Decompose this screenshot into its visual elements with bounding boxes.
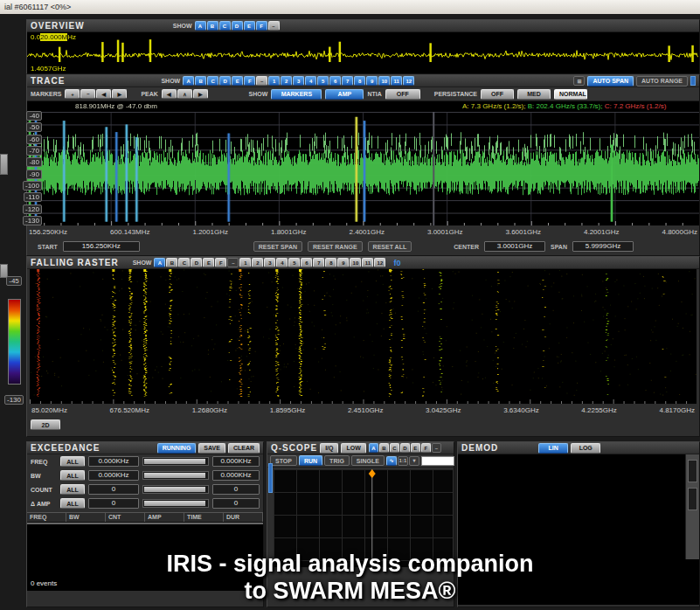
- raster-show-button[interactable]: 7: [313, 258, 324, 267]
- trace-show-button[interactable]: 10: [378, 76, 390, 86]
- overview-show-button[interactable]: D: [232, 21, 243, 31]
- min-value[interactable]: 0.000KHz: [88, 470, 139, 481]
- raster-show-button[interactable]: 1: [239, 258, 251, 267]
- reset-button[interactable]: RESET ALL: [368, 241, 412, 252]
- save-button[interactable]: SAVE: [198, 443, 225, 454]
- min-value[interactable]: 0: [88, 498, 139, 509]
- trace-show-button[interactable]: 8: [354, 76, 365, 86]
- raster-show-button[interactable]: D: [191, 258, 202, 267]
- trace-show-button[interactable]: –: [256, 76, 267, 86]
- dock-handle[interactable]: [0, 154, 8, 175]
- raster-show-button[interactable]: 10: [350, 258, 361, 267]
- raster-show-button[interactable]: 11: [362, 258, 373, 267]
- range-slider[interactable]: [142, 457, 209, 466]
- clear-button[interactable]: CLEAR: [228, 443, 260, 454]
- trace-show-button[interactable]: F: [244, 76, 255, 86]
- qscope-option-button[interactable]: ∿: [386, 456, 397, 466]
- max-value[interactable]: 0.000KHz: [212, 456, 260, 467]
- run-button[interactable]: RUN: [299, 455, 322, 466]
- iq-button[interactable]: I/Q: [320, 443, 338, 454]
- qscope-option-button[interactable]: ▾: [409, 456, 419, 466]
- range-slider[interactable]: [142, 471, 209, 480]
- raster-show-button[interactable]: 4: [276, 258, 288, 267]
- all-button[interactable]: ALL: [60, 484, 85, 495]
- auto-range-button[interactable]: AUTO RANGE: [636, 76, 688, 87]
- marker-nav-button[interactable]: −: [80, 89, 95, 99]
- max-value[interactable]: 0: [212, 498, 260, 509]
- overview-show-button[interactable]: A: [195, 21, 206, 31]
- trig-button[interactable]: TRIG: [324, 455, 350, 466]
- trace-show-button[interactable]: 2: [281, 76, 292, 86]
- center-value[interactable]: 3.0001GHz: [484, 241, 545, 252]
- trace-show-button[interactable]: 7: [342, 76, 353, 86]
- overview-show-button[interactable]: B: [207, 21, 218, 31]
- trace-show-button[interactable]: 5: [317, 76, 329, 86]
- reset-button[interactable]: RESET SPAN: [253, 241, 302, 252]
- reset-button[interactable]: RESET RANGE: [308, 241, 363, 252]
- qscope-channel-button[interactable]: B: [379, 443, 389, 453]
- overview-show-button[interactable]: C: [219, 21, 231, 31]
- spectrum-canvas[interactable]: [27, 112, 699, 225]
- qscope-channel-button[interactable]: E: [411, 443, 420, 453]
- raster-show-button[interactable]: 6: [301, 258, 312, 267]
- qscope-channel-button[interactable]: A: [369, 443, 378, 453]
- raster-show-button[interactable]: 9: [337, 258, 349, 267]
- persistance-mode-button[interactable]: NORMAL: [554, 89, 587, 100]
- overview-show-button[interactable]: –: [268, 21, 280, 31]
- window-titlebar[interactable]: ial #6061117 <0%>: [0, 0, 700, 14]
- log-button[interactable]: LOG: [571, 443, 600, 454]
- max-value[interactable]: 0.000KHz: [212, 470, 260, 481]
- waterfall-plot[interactable]: [30, 269, 697, 404]
- raster-show-button[interactable]: A: [154, 258, 165, 267]
- overview-show-button[interactable]: E: [244, 21, 255, 31]
- marker-nav-button[interactable]: ◀: [96, 89, 111, 99]
- marker-nav-button[interactable]: +: [65, 89, 80, 99]
- trace-show-button[interactable]: 3: [293, 76, 304, 86]
- low-button[interactable]: LOW: [341, 443, 365, 454]
- trace-show-button[interactable]: D: [219, 76, 231, 86]
- single-button[interactable]: SINGLE: [351, 455, 385, 466]
- raster-2d-button[interactable]: 2D: [31, 419, 60, 430]
- raster-show-button[interactable]: E: [203, 258, 214, 267]
- qscope-input[interactable]: [421, 456, 454, 466]
- overview-show-button[interactable]: F: [256, 21, 267, 31]
- qscope-option-button[interactable]: 1:1: [398, 456, 408, 466]
- qscope-channel-button[interactable]: F: [421, 443, 431, 453]
- amp-toggle-button[interactable]: AMP: [325, 89, 364, 100]
- all-button[interactable]: ALL: [60, 498, 85, 509]
- min-value[interactable]: 0: [88, 484, 139, 495]
- span-value[interactable]: 5.9999GHz: [572, 241, 634, 252]
- running-button[interactable]: RUNNING: [157, 443, 197, 454]
- trace-show-button[interactable]: 12: [403, 76, 414, 86]
- peak-nav-button[interactable]: ◀: [162, 89, 177, 99]
- trace-show-button[interactable]: B: [195, 76, 206, 86]
- raster-show-button[interactable]: 12: [374, 258, 385, 267]
- marker-nav-button[interactable]: ▶: [112, 89, 127, 99]
- persistance-mode-button[interactable]: OFF: [481, 89, 514, 100]
- raster-show-button[interactable]: 8: [325, 258, 336, 267]
- auto-span-button[interactable]: AUTO SPAN: [587, 76, 634, 87]
- all-button[interactable]: ALL: [60, 470, 85, 481]
- raster-show-button[interactable]: 3: [264, 258, 275, 267]
- max-value[interactable]: 0: [212, 484, 260, 495]
- all-button[interactable]: ALL: [60, 456, 85, 467]
- trace-show-button[interactable]: 6: [329, 76, 341, 86]
- lin-button[interactable]: LIN: [538, 443, 568, 454]
- qscope-channel-button[interactable]: D: [400, 443, 410, 453]
- trace-show-button[interactable]: A: [183, 76, 194, 86]
- trace-show-button[interactable]: 11: [391, 76, 402, 86]
- qscope-channel-button[interactable]: –: [432, 443, 441, 453]
- peak-nav-button[interactable]: ∧: [177, 89, 192, 99]
- clipped-button[interactable]: [690, 76, 696, 86]
- raster-show-button[interactable]: 5: [288, 258, 300, 267]
- peak-nav-button[interactable]: ▶: [193, 89, 208, 99]
- raster-show-button[interactable]: 2: [252, 258, 263, 267]
- f0-marker-button[interactable]: f0: [393, 259, 400, 267]
- trace-show-button[interactable]: C: [207, 76, 218, 86]
- qscope-scrollbar[interactable]: [268, 463, 273, 493]
- range-slider[interactable]: [142, 485, 209, 494]
- ntia-off-button[interactable]: OFF: [385, 89, 420, 100]
- demod-side-box[interactable]: [688, 488, 697, 510]
- overview-waveform-canvas[interactable]: [27, 32, 699, 73]
- trace-tool-button[interactable]: ⊞: [573, 76, 585, 86]
